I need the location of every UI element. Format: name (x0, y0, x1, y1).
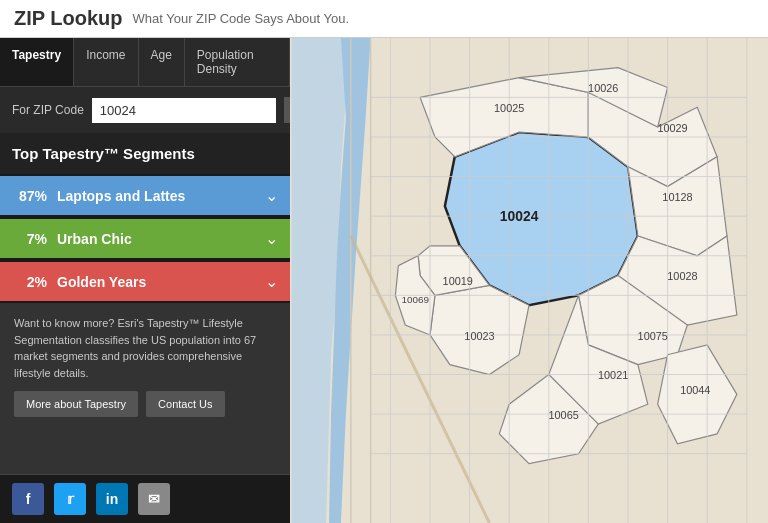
zip-label-10028: 10028 (667, 271, 697, 283)
tab-bar: Tapestry Income Age Population Density (0, 38, 290, 87)
chevron-down-icon-2: ⌄ (265, 229, 278, 248)
zip-label-10075: 10075 (638, 330, 668, 342)
zip-label-10044: 10044 (680, 384, 710, 396)
tapestry-button[interactable]: More about Tapestry (14, 391, 138, 417)
email-icon[interactable]: ✉ (138, 483, 170, 515)
segment-pct-1: 87% (12, 188, 47, 204)
zip-label-10128: 10128 (662, 191, 692, 203)
segments-header: Top Tapestry™ Segments (0, 133, 290, 174)
chevron-down-icon-3: ⌄ (265, 272, 278, 291)
facebook-icon[interactable]: f (12, 483, 44, 515)
app-header: ZIP Lookup What Your ZIP Code Says About… (0, 0, 768, 38)
zip-label-10021: 10021 (598, 369, 628, 381)
zip-label-10026: 10026 (588, 82, 618, 94)
zip-section: For ZIP Code 🔍 (0, 87, 290, 133)
zip-label-10025: 10025 (494, 102, 524, 114)
tab-population-density[interactable]: Population Density (185, 38, 290, 86)
social-bar: f 𝕣 in ✉ (0, 474, 290, 523)
zip-label-10069: 10069 (401, 294, 429, 305)
segment-name-2: Urban Chic (57, 231, 257, 247)
tab-age[interactable]: Age (139, 38, 185, 86)
zip-label-10065: 10065 (549, 409, 579, 421)
zip-label-10024: 10024 (500, 208, 539, 224)
segment-name-1: Laptops and Lattes (57, 188, 257, 204)
segment-pct-2: 7% (12, 231, 47, 247)
tab-tapestry[interactable]: Tapestry (0, 38, 74, 86)
action-buttons: More about Tapestry Contact Us (14, 391, 276, 417)
linkedin-icon[interactable]: in (96, 483, 128, 515)
zip-label-10019: 10019 (443, 275, 473, 287)
zip-label: For ZIP Code (12, 103, 84, 117)
info-text: Want to know more? Esri's Tapestry™ Life… (14, 315, 276, 381)
tab-income[interactable]: Income (74, 38, 138, 86)
main-layout: Tapestry Income Age Population Density F… (0, 38, 768, 523)
chevron-down-icon-1: ⌄ (265, 186, 278, 205)
sidebar: Tapestry Income Age Population Density F… (0, 38, 290, 523)
info-box: Want to know more? Esri's Tapestry™ Life… (0, 303, 290, 474)
map-area[interactable]: 10024 10025 10026 10029 10128 10028 1007… (290, 38, 768, 523)
twitter-icon[interactable]: 𝕣 (54, 483, 86, 515)
zip-input[interactable] (92, 98, 276, 123)
zip-label-10029: 10029 (657, 122, 687, 134)
app-subtitle: What Your ZIP Code Says About You. (133, 11, 350, 26)
contact-button[interactable]: Contact Us (146, 391, 224, 417)
segment-item-1[interactable]: 87% Laptops and Lattes ⌄ (0, 176, 290, 215)
segment-item-2[interactable]: 7% Urban Chic ⌄ (0, 219, 290, 258)
app-title: ZIP Lookup (14, 7, 123, 30)
segment-name-3: Golden Years (57, 274, 257, 290)
segment-item-3[interactable]: 2% Golden Years ⌄ (0, 262, 290, 301)
segment-pct-3: 2% (12, 274, 47, 290)
zip-label-10023: 10023 (464, 330, 494, 342)
